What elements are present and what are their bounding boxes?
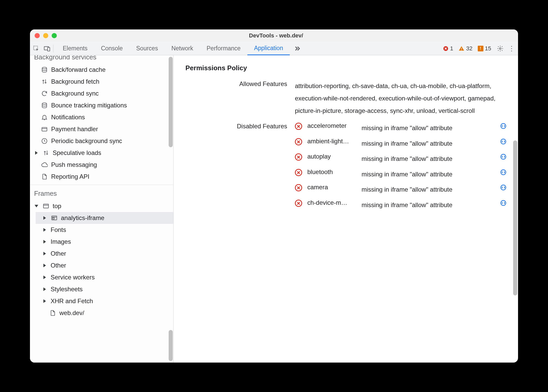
section-frames: Frames	[30, 187, 173, 200]
window-icon	[42, 202, 50, 210]
separator	[53, 45, 53, 52]
issue-count[interactable]: ! 15	[476, 45, 493, 52]
disabled-feature-item: autoplay missing in iframe "allow" attri…	[295, 153, 510, 165]
svg-rect-11	[43, 204, 49, 208]
frame-label: Fonts	[51, 225, 66, 234]
frame-label: XHR and Fetch	[51, 296, 93, 306]
frame-resource-webdev[interactable]: web.dev/	[36, 307, 173, 319]
sidebar-scrollbar[interactable]	[169, 57, 173, 147]
panel-body: Background services Back/forward cache B…	[30, 55, 518, 363]
frame-other-1[interactable]: Other	[36, 248, 173, 260]
sidebar-item-bf-cache[interactable]: Back/forward cache	[30, 64, 173, 76]
frame-label: web.dev/	[59, 308, 84, 318]
feature-name: accelerometer	[307, 122, 359, 129]
reveal-in-elements-icon[interactable]	[500, 138, 507, 145]
disclosure-triangle-icon[interactable]	[43, 299, 46, 303]
frame-xhr-fetch[interactable]: XHR and Fetch	[36, 295, 173, 307]
arrows-updown-icon	[41, 78, 48, 85]
sidebar-item-periodic-sync[interactable]: Periodic background sync	[30, 135, 173, 147]
sidebar-item-label: Push messaging	[51, 160, 97, 169]
disclosure-triangle-icon[interactable]	[43, 287, 46, 291]
frame-stylesheets[interactable]: Stylesheets	[36, 283, 173, 295]
feature-name: bluetooth	[307, 168, 359, 176]
sidebar-item-speculative-loads[interactable]: Speculative loads	[30, 147, 173, 159]
svg-rect-13	[53, 218, 54, 219]
svg-rect-9	[42, 128, 47, 131]
sidebar-item-background-sync[interactable]: Background sync	[30, 88, 173, 99]
reveal-in-elements-icon[interactable]	[500, 169, 507, 176]
permissions-policy-panel: Permissions Policy Allowed Features attr…	[174, 55, 518, 363]
sidebar-item-notifications[interactable]: Notifications	[30, 111, 173, 123]
frame-fonts[interactable]: Fonts	[36, 224, 173, 236]
database-icon	[41, 102, 48, 109]
disclosure-triangle-icon[interactable]	[43, 264, 46, 267]
cloud-icon	[41, 161, 48, 168]
inspect-element-icon[interactable]	[33, 45, 40, 52]
sidebar-item-label: Payment handler	[51, 124, 98, 134]
frame-label: Images	[51, 237, 71, 246]
frame-other-2[interactable]: Other	[36, 260, 173, 271]
disclosure-triangle-icon[interactable]	[35, 205, 38, 207]
more-tabs-icon[interactable]	[290, 42, 304, 55]
sidebar-item-background-fetch[interactable]: Background fetch	[30, 76, 173, 88]
tab-performance[interactable]: Performance	[200, 42, 247, 55]
reveal-in-elements-icon[interactable]	[500, 200, 507, 207]
disclosure-triangle-icon[interactable]	[43, 252, 46, 255]
sidebar-item-label: Speculative loads	[53, 148, 101, 158]
svg-rect-2	[48, 47, 50, 51]
issue-count-value: 15	[485, 45, 491, 52]
application-sidebar: Background services Back/forward cache B…	[30, 55, 174, 363]
error-circle-icon	[295, 123, 302, 130]
error-circle-icon	[295, 184, 302, 191]
frame-images[interactable]: Images	[36, 236, 173, 248]
feature-reason: missing in iframe "allow" attribute	[362, 153, 497, 165]
frame-top[interactable]: top	[30, 200, 173, 212]
more-options-icon[interactable]: ⋮	[508, 45, 515, 52]
error-circle-icon	[295, 169, 302, 176]
disclosure-triangle-icon[interactable]	[43, 228, 46, 232]
tab-console[interactable]: Console	[94, 42, 129, 55]
disabled-features-label: Disabled Features	[184, 122, 295, 130]
devtools-toolbar: Elements Console Sources Network Perform…	[30, 42, 518, 55]
sidebar-scrollbar-bottom[interactable]	[169, 330, 173, 361]
allowed-features-row: Allowed Features attribution-reporting, …	[184, 80, 510, 117]
reveal-in-elements-icon[interactable]	[500, 184, 507, 191]
permissions-policy-heading: Permissions Policy	[185, 64, 510, 72]
window-title: DevTools - web.dev/	[39, 32, 513, 39]
window-titlebar: DevTools - web.dev/	[30, 29, 518, 42]
tab-network[interactable]: Network	[165, 42, 200, 55]
error-circle-icon	[295, 200, 302, 207]
sidebar-item-payment-handler[interactable]: Payment handler	[30, 123, 173, 135]
error-count[interactable]: 1	[441, 45, 455, 52]
disclosure-triangle-icon[interactable]	[43, 276, 46, 279]
warning-count[interactable]: 32	[457, 45, 474, 52]
tab-application[interactable]: Application	[247, 42, 290, 55]
devtools-window: DevTools - web.dev/ Elements Console Sou…	[30, 29, 518, 363]
allowed-features-value: attribution-reporting, ch-save-data, ch-…	[295, 80, 510, 117]
tab-sources[interactable]: Sources	[129, 42, 165, 55]
disclosure-triangle-icon[interactable]	[43, 216, 46, 220]
tab-elements[interactable]: Elements	[56, 42, 94, 55]
sidebar-item-label: Notifications	[51, 113, 85, 122]
main-scrollbar[interactable]	[513, 140, 517, 295]
sidebar-item-push-messaging[interactable]: Push messaging	[30, 159, 173, 171]
warning-count-value: 32	[466, 45, 472, 52]
frame-analytics-iframe[interactable]: analytics-iframe	[36, 212, 173, 224]
frame-label: Service workers	[51, 273, 95, 282]
sidebar-item-label: Background fetch	[51, 77, 99, 86]
sidebar-item-reporting-api[interactable]: Reporting API	[30, 171, 173, 183]
svg-point-6	[499, 48, 501, 49]
frame-service-workers[interactable]: Service workers	[36, 271, 173, 283]
disclosure-triangle-icon[interactable]	[43, 240, 46, 244]
settings-icon[interactable]	[496, 45, 504, 52]
error-circle-icon	[295, 153, 302, 161]
sidebar-item-bounce-tracking[interactable]: Bounce tracking mitigations	[30, 99, 173, 111]
feature-name: ch-device-m…	[307, 199, 359, 206]
reveal-in-elements-icon[interactable]	[500, 123, 507, 130]
disabled-feature-item: accelerometer missing in iframe "allow" …	[295, 122, 510, 134]
disclosure-triangle-icon[interactable]	[35, 151, 38, 155]
reveal-in-elements-icon[interactable]	[500, 153, 507, 161]
device-toolbar-icon[interactable]	[43, 45, 51, 52]
disabled-feature-item: ambient-light… missing in iframe "allow"…	[295, 138, 510, 150]
divider	[30, 185, 173, 185]
